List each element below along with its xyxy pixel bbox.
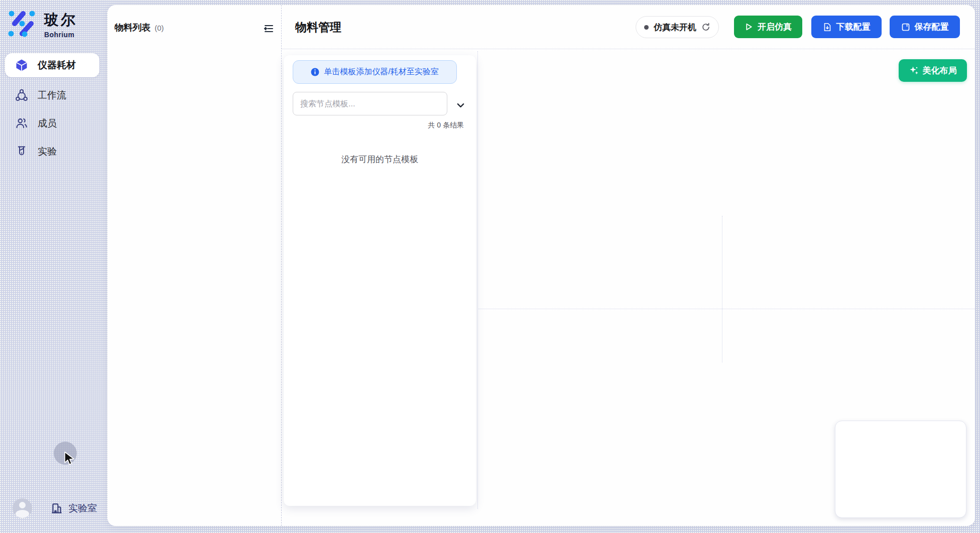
chevron-down-icon[interactable] [454, 99, 466, 111]
canvas-guide-line [477, 309, 975, 309]
header-divider [282, 49, 975, 49]
template-hint-text: 单击模板添加仪器/耗材至实验室 [324, 67, 438, 77]
canvas-guide-line [722, 216, 722, 362]
brand-logo[interactable]: 玻尔 Bohrium [8, 10, 77, 39]
empty-state-text: 没有可用的节点模板 [284, 154, 476, 165]
file-download-icon [823, 23, 832, 32]
workflow-icon [15, 89, 28, 102]
download-button-label: 下载配置 [836, 21, 871, 33]
status-label: 仿真未开机 [654, 22, 696, 33]
canvas-guide-line [477, 51, 478, 509]
material-list-title: 物料列表 [114, 22, 151, 34]
download-config-button[interactable]: 下载配置 [811, 16, 882, 38]
sparkles-icon [909, 66, 919, 75]
template-panel: 单击模板添加仪器/耗材至实验室 共 0 条结果 没有可用的节点模板 [284, 55, 476, 506]
template-search-input[interactable] [293, 92, 447, 115]
save-icon [901, 23, 910, 32]
beautify-layout-button[interactable]: 美化布局 [899, 59, 967, 82]
refresh-icon[interactable] [701, 23, 710, 32]
main-card: 物料列表 (0) 物料管理 仿真未开机 开启仿真 下载配置 [107, 5, 975, 526]
result-count: 共 0 条结果 [428, 121, 464, 130]
panel-divider [281, 5, 282, 526]
bohrium-logo-icon [8, 10, 36, 37]
sidebar-item-experiments[interactable]: 实验 [5, 140, 102, 164]
sidebar-item-label: 仪器耗材 [38, 59, 76, 72]
material-list-count: (0) [155, 24, 164, 32]
save-button-label: 保存配置 [915, 21, 949, 33]
start-simulation-button[interactable]: 开启仿真 [734, 16, 802, 38]
members-icon [15, 117, 28, 130]
cube-icon [15, 59, 28, 72]
sidebar-item-members[interactable]: 成员 [5, 111, 102, 136]
indent-collapse-icon [263, 24, 274, 34]
beautify-button-label: 美化布局 [923, 65, 957, 76]
sidebar-item-instruments[interactable]: 仪器耗材 [5, 53, 99, 77]
sidebar-footer: 实验室 [13, 498, 97, 518]
canvas-minimap[interactable] [835, 421, 966, 518]
template-hint-banner: 单击模板添加仪器/耗材至实验室 [293, 60, 457, 84]
workspace-label: 实验室 [68, 502, 97, 515]
status-dot-icon [644, 25, 649, 30]
mouse-cursor [63, 451, 75, 468]
collapse-panel-button[interactable] [262, 23, 275, 35]
info-icon [311, 68, 319, 76]
avatar[interactable] [13, 498, 32, 518]
brand-name-zh: 玻尔 [44, 13, 77, 27]
sidebar-item-label: 成员 [38, 117, 57, 130]
app-root: { "brand": { "logo_zh": "玻尔", "logo_en":… [0, 0, 980, 533]
building-icon [50, 502, 63, 515]
experiment-icon [15, 145, 28, 158]
workspace-switcher[interactable]: 实验室 [50, 502, 97, 515]
sidebar-item-label: 工作流 [38, 89, 66, 102]
page-title: 物料管理 [295, 20, 341, 35]
simulation-status-pill[interactable]: 仿真未开机 [636, 16, 719, 38]
brand-name-en: Bohrium [44, 31, 77, 39]
start-button-label: 开启仿真 [758, 21, 792, 33]
sidebar-item-workflow[interactable]: 工作流 [5, 83, 102, 107]
material-list-header: 物料列表 (0) [114, 22, 164, 34]
sidebar-item-label: 实验 [38, 145, 57, 158]
save-config-button[interactable]: 保存配置 [890, 16, 960, 38]
play-icon [745, 23, 753, 31]
